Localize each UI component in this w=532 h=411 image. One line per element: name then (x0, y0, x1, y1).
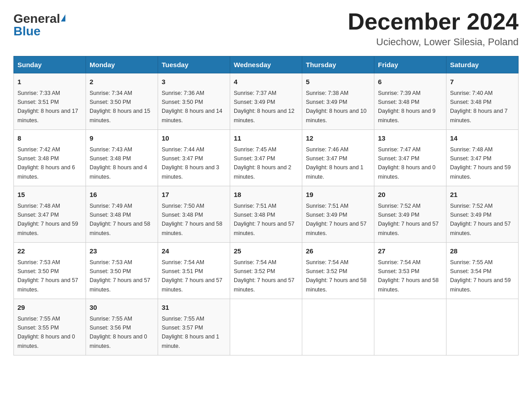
day-info: Sunrise: 7:54 AMSunset: 3:52 PMDaylight:… (234, 259, 295, 293)
calendar-cell: 21 Sunrise: 7:52 AMSunset: 3:49 PMDaylig… (446, 186, 519, 243)
day-number: 5 (306, 77, 370, 87)
day-number: 15 (17, 190, 82, 200)
day-info: Sunrise: 7:54 AMSunset: 3:52 PMDaylight:… (306, 259, 367, 293)
day-number: 18 (234, 190, 298, 200)
calendar-week-3: 15 Sunrise: 7:48 AMSunset: 3:47 PMDaylig… (14, 186, 519, 243)
day-info: Sunrise: 7:52 AMSunset: 3:49 PMDaylight:… (450, 203, 511, 236)
day-info: Sunrise: 7:51 AMSunset: 3:49 PMDaylight:… (306, 203, 367, 236)
calendar-cell: 7 Sunrise: 7:40 AMSunset: 3:48 PMDayligh… (446, 73, 519, 130)
day-info: Sunrise: 7:46 AMSunset: 3:47 PMDaylight:… (306, 146, 364, 180)
day-number: 28 (450, 246, 515, 257)
calendar-cell: 2 Sunrise: 7:34 AMSunset: 3:50 PMDayligh… (86, 73, 158, 130)
calendar-body: 1 Sunrise: 7:33 AMSunset: 3:51 PMDayligh… (14, 73, 519, 355)
day-info: Sunrise: 7:50 AMSunset: 3:48 PMDaylight:… (162, 203, 223, 236)
day-info: Sunrise: 7:38 AMSunset: 3:49 PMDaylight:… (306, 90, 367, 124)
calendar-cell: 23 Sunrise: 7:53 AMSunset: 3:50 PMDaylig… (86, 243, 158, 299)
day-number: 1 (17, 77, 82, 87)
day-info: Sunrise: 7:53 AMSunset: 3:50 PMDaylight:… (17, 259, 78, 293)
column-header-sunday: Sunday (14, 56, 86, 73)
day-number: 2 (90, 77, 154, 87)
calendar-week-5: 29 Sunrise: 7:55 AMSunset: 3:55 PMDaylig… (14, 299, 519, 355)
header-row: SundayMondayTuesdayWednesdayThursdayFrid… (14, 56, 519, 73)
calendar-cell: 16 Sunrise: 7:49 AMSunset: 3:48 PMDaylig… (86, 186, 158, 243)
day-info: Sunrise: 7:55 AMSunset: 3:54 PMDaylight:… (450, 259, 511, 293)
calendar-cell: 20 Sunrise: 7:52 AMSunset: 3:49 PMDaylig… (374, 186, 446, 243)
calendar-week-1: 1 Sunrise: 7:33 AMSunset: 3:51 PMDayligh… (14, 73, 519, 130)
day-number: 23 (90, 246, 154, 257)
calendar-cell: 28 Sunrise: 7:55 AMSunset: 3:54 PMDaylig… (446, 243, 519, 299)
day-number: 19 (306, 190, 370, 200)
day-number: 17 (162, 190, 226, 200)
day-number: 26 (306, 246, 370, 257)
month-title: December 2024 (348, 9, 519, 34)
day-info: Sunrise: 7:51 AMSunset: 3:48 PMDaylight:… (234, 203, 295, 236)
day-info: Sunrise: 7:36 AMSunset: 3:50 PMDaylight:… (162, 90, 223, 124)
location-subtitle: Uciechow, Lower Silesia, Poland (348, 36, 519, 48)
calendar-cell: 15 Sunrise: 7:48 AMSunset: 3:47 PMDaylig… (14, 186, 86, 243)
day-info: Sunrise: 7:53 AMSunset: 3:50 PMDaylight:… (90, 259, 150, 293)
day-number: 30 (90, 303, 154, 313)
day-number: 11 (234, 133, 298, 144)
day-info: Sunrise: 7:40 AMSunset: 3:48 PMDaylight:… (450, 90, 508, 124)
calendar-cell: 19 Sunrise: 7:51 AMSunset: 3:49 PMDaylig… (302, 186, 374, 243)
calendar-cell (302, 299, 374, 355)
calendar-table: SundayMondayTuesdayWednesdayThursdayFrid… (13, 56, 519, 355)
day-number: 25 (234, 246, 298, 257)
day-info: Sunrise: 7:49 AMSunset: 3:48 PMDaylight:… (90, 203, 150, 236)
calendar-cell (230, 299, 302, 355)
calendar-header: SundayMondayTuesdayWednesdayThursdayFrid… (14, 56, 519, 73)
calendar-cell: 9 Sunrise: 7:43 AMSunset: 3:48 PMDayligh… (86, 130, 158, 186)
day-number: 20 (378, 190, 442, 200)
header: General Blue December 2024 Uciechow, Low… (13, 9, 519, 48)
day-number: 10 (162, 133, 226, 144)
calendar-cell (446, 299, 519, 355)
day-number: 4 (234, 77, 298, 87)
day-number: 22 (17, 246, 82, 257)
calendar-cell: 22 Sunrise: 7:53 AMSunset: 3:50 PMDaylig… (14, 243, 86, 299)
calendar-cell (374, 299, 446, 355)
calendar-cell: 13 Sunrise: 7:47 AMSunset: 3:47 PMDaylig… (374, 130, 446, 186)
logo-general: General (13, 13, 60, 25)
day-number: 14 (450, 133, 515, 144)
day-info: Sunrise: 7:47 AMSunset: 3:47 PMDaylight:… (378, 146, 436, 180)
calendar-cell: 26 Sunrise: 7:54 AMSunset: 3:52 PMDaylig… (302, 243, 374, 299)
calendar-cell: 25 Sunrise: 7:54 AMSunset: 3:52 PMDaylig… (230, 243, 302, 299)
day-info: Sunrise: 7:52 AMSunset: 3:49 PMDaylight:… (378, 203, 439, 236)
day-number: 16 (90, 190, 154, 200)
title-area: December 2024 Uciechow, Lower Silesia, P… (348, 9, 519, 48)
day-info: Sunrise: 7:54 AMSunset: 3:51 PMDaylight:… (162, 259, 223, 293)
day-number: 13 (378, 133, 442, 144)
calendar-cell: 14 Sunrise: 7:48 AMSunset: 3:47 PMDaylig… (446, 130, 519, 186)
day-info: Sunrise: 7:37 AMSunset: 3:49 PMDaylight:… (234, 90, 295, 124)
calendar-cell: 24 Sunrise: 7:54 AMSunset: 3:51 PMDaylig… (158, 243, 230, 299)
day-info: Sunrise: 7:34 AMSunset: 3:50 PMDaylight:… (90, 90, 150, 124)
logo-triangle-icon (61, 14, 65, 21)
column-header-tuesday: Tuesday (158, 56, 230, 73)
calendar-week-4: 22 Sunrise: 7:53 AMSunset: 3:50 PMDaylig… (14, 243, 519, 299)
day-number: 21 (450, 190, 515, 200)
day-number: 9 (90, 133, 154, 144)
day-info: Sunrise: 7:54 AMSunset: 3:53 PMDaylight:… (378, 259, 439, 293)
day-number: 31 (162, 303, 226, 313)
day-info: Sunrise: 7:48 AMSunset: 3:47 PMDaylight:… (450, 146, 511, 180)
column-header-saturday: Saturday (446, 56, 519, 73)
day-number: 27 (378, 246, 442, 257)
day-number: 29 (17, 303, 82, 313)
calendar-cell: 8 Sunrise: 7:42 AMSunset: 3:48 PMDayligh… (14, 130, 86, 186)
column-header-monday: Monday (86, 56, 158, 73)
calendar-cell: 31 Sunrise: 7:55 AMSunset: 3:57 PMDaylig… (158, 299, 230, 355)
day-info: Sunrise: 7:48 AMSunset: 3:47 PMDaylight:… (17, 203, 78, 236)
day-number: 8 (17, 133, 82, 144)
calendar-cell: 5 Sunrise: 7:38 AMSunset: 3:49 PMDayligh… (302, 73, 374, 130)
calendar-cell: 12 Sunrise: 7:46 AMSunset: 3:47 PMDaylig… (302, 130, 374, 186)
calendar-week-2: 8 Sunrise: 7:42 AMSunset: 3:48 PMDayligh… (14, 130, 519, 186)
day-number: 7 (450, 77, 515, 87)
calendar-cell: 17 Sunrise: 7:50 AMSunset: 3:48 PMDaylig… (158, 186, 230, 243)
day-info: Sunrise: 7:55 AMSunset: 3:57 PMDaylight:… (162, 316, 219, 349)
column-header-friday: Friday (374, 56, 446, 73)
calendar-cell: 18 Sunrise: 7:51 AMSunset: 3:48 PMDaylig… (230, 186, 302, 243)
day-info: Sunrise: 7:39 AMSunset: 3:48 PMDaylight:… (378, 90, 436, 124)
calendar-cell: 29 Sunrise: 7:55 AMSunset: 3:55 PMDaylig… (14, 299, 86, 355)
calendar-cell: 4 Sunrise: 7:37 AMSunset: 3:49 PMDayligh… (230, 73, 302, 130)
logo-blue: Blue (13, 25, 41, 38)
